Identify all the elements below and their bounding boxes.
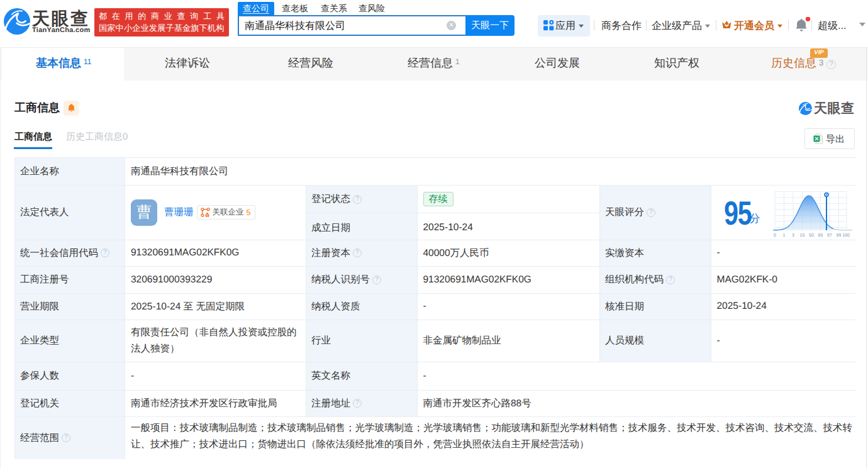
svg-text:97: 97 — [827, 233, 832, 238]
svg-text:50: 50 — [809, 233, 814, 238]
svg-text:85: 85 — [818, 233, 823, 238]
svg-text:0: 0 — [774, 233, 776, 238]
svg-text:3: 3 — [792, 233, 794, 238]
svg-text:1: 1 — [782, 233, 785, 238]
svg-text:100: 100 — [842, 233, 850, 238]
svg-text:99: 99 — [836, 233, 841, 238]
svg-text:15: 15 — [799, 233, 804, 238]
